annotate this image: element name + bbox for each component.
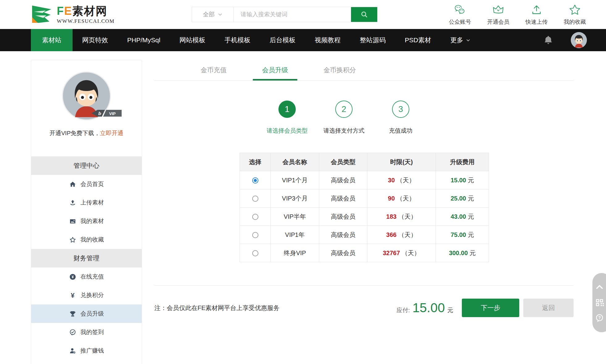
member-name: VIP3个月 (271, 189, 319, 208)
nav-items: 素材站网页特效PHP/MySql网站模板手机模板后台模板视频教程整站源码PSD素… (31, 29, 480, 51)
row-radio[interactable] (252, 214, 258, 220)
member-type: 高级会员 (319, 208, 367, 226)
home-icon (69, 180, 77, 188)
sidebar-item[interactable]: ¥在线充值 (31, 267, 142, 286)
sidebar-item[interactable]: 我的素材 (31, 212, 142, 230)
avatar: b VIP (62, 71, 111, 121)
checkout-row: 注：会员仅此在FE素材网平台上享受优惠服务 应付: 15.00 元 下一步 返回 (154, 299, 574, 317)
nav-item[interactable]: PHP/MySql (118, 29, 170, 51)
sidebar-item[interactable]: 账户明细 (31, 360, 142, 364)
nav-item[interactable]: 网页特效 (73, 29, 118, 51)
table-row: 终身VIP高级会员32767 （天）300.00 元 (240, 244, 489, 262)
row-radio[interactable] (252, 196, 258, 202)
tab[interactable]: 金币充值 (191, 60, 236, 81)
row-radio[interactable] (252, 250, 258, 256)
nav-item[interactable]: 视频教程 (305, 29, 350, 51)
search-button[interactable] (351, 7, 377, 22)
user-avatar-small[interactable] (571, 32, 587, 48)
chevron-down-icon (218, 12, 223, 17)
quick-link-label: 快速上传 (525, 18, 548, 26)
days-value: 183 (386, 213, 396, 220)
nav-item-label: 网页特效 (82, 36, 108, 44)
search-icon (360, 10, 369, 19)
logo-title: FE素材网 (57, 6, 115, 17)
quick-link[interactable]: 快速上传 (525, 3, 548, 26)
nav-item[interactable]: 后台模板 (260, 29, 305, 51)
sidebar-item[interactable]: 会员首页 (31, 175, 142, 193)
sidebar-item[interactable]: 推广赚钱 (31, 341, 142, 360)
search-bar: 全部 (192, 7, 378, 22)
membership-table: 选择会员名称会员类型时限(天)升级费用 VIP1个月高级会员30 （天）15.0… (240, 153, 489, 262)
back-to-top-button[interactable] (595, 283, 604, 292)
steps: 1请选择会员类型2请选择支付方式3充值成功 (262, 101, 574, 135)
nav-item-label: 整站源码 (360, 36, 386, 44)
table-row: VIP半年高级会员183 （天）43.00 元 (240, 208, 489, 226)
sidebar-item[interactable]: ¥兑换积分 (31, 286, 142, 304)
sidebar-menu: 管理中心会员首页上传素材我的素材我的收藏财务管理¥在线充值¥兑换积分会员升级我的… (31, 156, 142, 364)
star-icon (568, 3, 581, 16)
member-name: 终身VIP (271, 244, 319, 262)
svg-text:b: b (98, 111, 101, 116)
site-logo[interactable]: FE素材网 WWW.FESUCAI.COM (31, 5, 115, 24)
nav-item[interactable]: 网站模板 (170, 29, 215, 51)
table-header-row: 选择会员名称会员类型时限(天)升级费用 (240, 153, 489, 171)
nav-item[interactable]: 手机模板 (215, 29, 260, 51)
sidebar-item-label: 上传素材 (81, 199, 104, 207)
sidebar-item-label: 推广赚钱 (81, 347, 104, 355)
membership-note: 注：会员仅此在FE素材网平台上享受优惠服务 (154, 304, 280, 312)
step: 1请选择会员类型 (262, 101, 312, 135)
nav-item[interactable]: 更多 (441, 29, 480, 51)
check-circle-icon (69, 329, 77, 336)
nav-item[interactable]: PSD素材 (395, 29, 441, 51)
tab[interactable]: 会员升级 (253, 60, 297, 81)
price-value: 15.00 (451, 177, 466, 184)
nav-item-label: 手机模板 (224, 36, 250, 44)
back-button[interactable]: 返回 (523, 299, 574, 317)
floating-toolbar: ? (592, 273, 606, 332)
quick-link[interactable]: 开通会员 (487, 3, 509, 26)
step-number: 3 (392, 101, 409, 118)
nav-item[interactable]: 整站源码 (350, 29, 395, 51)
step: 2请选择支付方式 (319, 101, 369, 135)
upload-arc-icon (69, 199, 77, 206)
svg-text:¥: ¥ (71, 292, 75, 299)
open-vip-link[interactable]: 立即开通 (100, 130, 123, 136)
sidebar-section-title: 管理中心 (31, 156, 142, 175)
image-icon (69, 217, 77, 225)
svg-text:VIP: VIP (109, 111, 116, 116)
days-unit: （天） (398, 231, 417, 238)
price-value: 25.00 (451, 195, 466, 202)
row-radio[interactable] (252, 177, 258, 184)
sidebar-item[interactable]: 我的签到 (31, 323, 142, 341)
step: 3充值成功 (376, 101, 425, 135)
quick-link[interactable]: 我的收藏 (564, 3, 586, 26)
table-row: VIP1个月高级会员30 （天）15.00 元 (240, 171, 489, 189)
nav-item[interactable]: 素材站 (31, 29, 73, 51)
sidebar-item[interactable]: 上传素材 (31, 193, 142, 212)
yen-circle-icon: ¥ (69, 273, 77, 280)
search-category-select[interactable]: 全部 (192, 7, 234, 22)
sidebar-item[interactable]: 会员升级 (31, 304, 142, 323)
notification-bell-button[interactable] (543, 35, 554, 45)
step-label: 请选择支付方式 (324, 127, 365, 135)
next-step-button[interactable]: 下一步 (462, 299, 519, 317)
search-input[interactable] (234, 7, 351, 22)
table-header-cell: 时限(天) (367, 153, 436, 171)
tab[interactable]: 金币换积分 (314, 60, 365, 81)
sidebar-item-label: 我的签到 (81, 328, 104, 336)
sidebar-item[interactable]: 我的收藏 (31, 230, 142, 249)
price-value: 43.00 (451, 213, 466, 220)
row-radio[interactable] (252, 232, 258, 238)
wechat-icon (453, 3, 466, 16)
qr-code-button[interactable] (595, 298, 604, 307)
quick-link[interactable]: 公众账号 (449, 3, 471, 26)
days-unit: （天） (398, 213, 417, 220)
svg-text:¥: ¥ (72, 275, 74, 279)
yen-icon: ¥ (69, 292, 77, 299)
days-value: 32767 (383, 250, 400, 256)
user-card: b VIP 开通VIP免费下载，立即开通 (31, 60, 142, 156)
table-header-cell: 选择 (240, 153, 271, 171)
member-name: VIP1年 (271, 226, 319, 244)
chevron-down-icon (466, 38, 470, 43)
help-button[interactable]: ? (595, 313, 604, 323)
